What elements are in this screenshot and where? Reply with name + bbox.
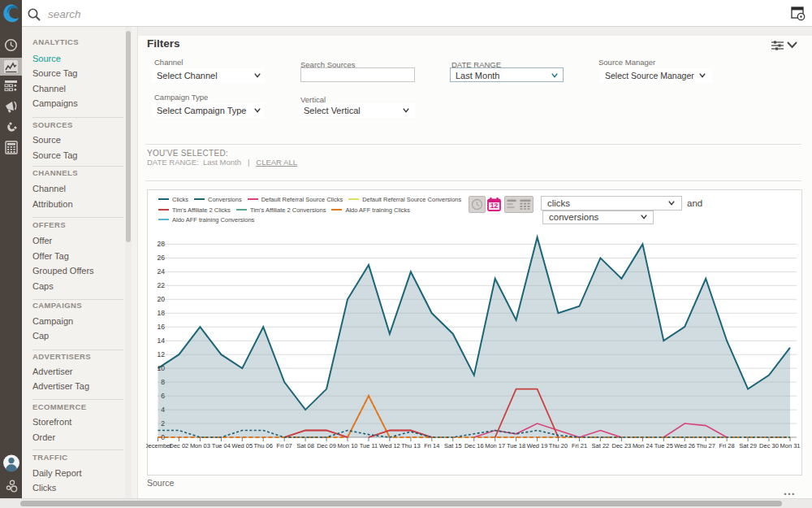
- svg-text:20: 20: [158, 295, 166, 303]
- svg-text:Dec 09: Dec 09: [317, 442, 336, 449]
- svg-text:Dec 16: Dec 16: [464, 442, 484, 449]
- svg-text:28: 28: [158, 240, 166, 248]
- svg-text:Sat 08: Sat 08: [296, 442, 314, 449]
- svg-text:Dec 23: Dec 23: [612, 442, 632, 449]
- svg-text:8: 8: [161, 378, 165, 386]
- svg-text:10: 10: [158, 364, 166, 372]
- svg-text:Fri 21: Fri 21: [572, 442, 587, 449]
- svg-text:Mon 24: Mon 24: [633, 442, 653, 449]
- svg-text:24: 24: [158, 267, 166, 276]
- svg-text:4: 4: [161, 406, 165, 414]
- svg-text:Mon 03: Mon 03: [190, 442, 210, 449]
- svg-text:Mon 10: Mon 10: [337, 442, 357, 449]
- svg-text:16: 16: [158, 323, 166, 331]
- svg-text:Dec 02: Dec 02: [170, 442, 189, 449]
- svg-text:0: 0: [161, 433, 165, 441]
- svg-text:Tue 18: Tue 18: [507, 442, 525, 449]
- svg-text:Tue 04: Tue 04: [212, 442, 231, 449]
- svg-text:Thu 13: Thu 13: [401, 442, 420, 449]
- svg-text:Sat 15: Sat 15: [444, 442, 462, 449]
- svg-text:Dec 30: Dec 30: [759, 442, 779, 449]
- svg-text:14: 14: [158, 336, 166, 345]
- svg-text:Mon 17: Mon 17: [485, 442, 505, 449]
- svg-text:Wed 19: Wed 19: [527, 442, 548, 449]
- svg-text:Sat 22: Sat 22: [592, 442, 610, 449]
- svg-text:12: 12: [490, 202, 499, 210]
- svg-text:Wed 26: Wed 26: [674, 442, 695, 449]
- svg-text:Fri 07: Fri 07: [277, 442, 292, 449]
- svg-text:12: 12: [158, 350, 166, 358]
- svg-text:Fri 28: Fri 28: [719, 442, 735, 449]
- svg-text:2: 2: [161, 419, 165, 428]
- svg-text:Sat 29: Sat 29: [739, 442, 757, 449]
- svg-text:Thu 20: Thu 20: [549, 442, 568, 449]
- svg-text:December: December: [146, 442, 172, 449]
- svg-text:Thu 06: Thu 06: [254, 442, 273, 449]
- svg-text:Tue 25: Tue 25: [654, 442, 673, 449]
- svg-text:Wed 05: Wed 05: [231, 442, 253, 449]
- svg-text:Mon 31: Mon 31: [780, 442, 800, 449]
- svg-text:Wed 12: Wed 12: [379, 442, 400, 449]
- svg-text:Thu 27: Thu 27: [697, 442, 715, 449]
- svg-text:Fri 14: Fri 14: [424, 442, 439, 449]
- svg-text:Tue 11: Tue 11: [360, 442, 378, 449]
- svg-text:18: 18: [158, 309, 166, 317]
- svg-text:26: 26: [158, 254, 166, 262]
- svg-text:6: 6: [161, 392, 165, 400]
- svg-text:22: 22: [158, 281, 166, 289]
